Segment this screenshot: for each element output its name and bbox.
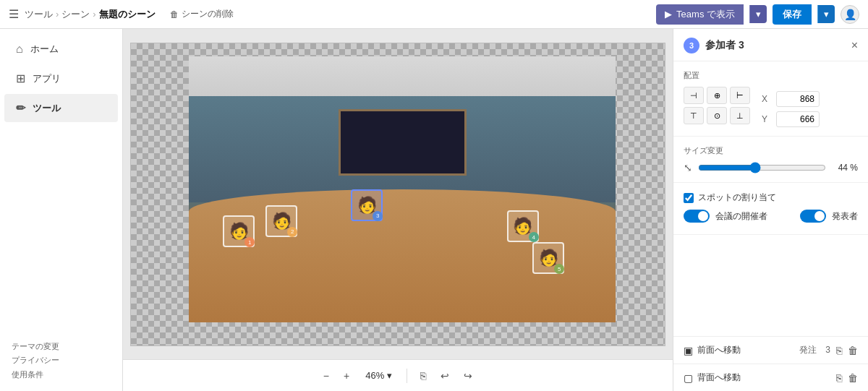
placement-section: 配置 ⊣ ⊕ ⊢ ⊤ ⊙ ⊥ X [673,61,868,137]
breadcrumb-item-tools[interactable]: ツール [25,8,53,21]
theme-link[interactable]: テーマの変更 [12,340,111,354]
tools-icon: ✏ [16,101,25,115]
close-panel-button[interactable]: × [851,39,858,52]
toolbar-separator [407,369,407,383]
back-delete-button[interactable]: 🗑 [848,372,858,384]
privacy-link[interactable]: プライバシー [12,353,111,368]
zoom-value: 46% [365,370,384,381]
align-right[interactable]: ⊢ [730,87,750,104]
copy-button[interactable]: ⎘ [416,367,430,384]
x-label: X [762,94,772,104]
back-action-row: ▢ 背面へ移動 ⎘ 🗑 [673,364,868,391]
size-label: サイズ変更 [684,145,858,156]
delete-scene-button[interactable]: 🗑 シーンの削除 [170,8,234,20]
participant-3[interactable]: 🧑 3 [351,189,383,221]
zoom-out-button[interactable]: − [319,367,333,384]
sidebar-item-apps[interactable]: ⊞ アプリ [4,64,118,93]
back-copy-button[interactable]: ⎘ [836,372,842,384]
top-bar: ☰ ツール › シーン › 無題のシーン 🗑 シーンの削除 ▶ Teams で表… [0,0,868,29]
home-icon: ⌂ [16,43,23,56]
organizer-toggle[interactable] [684,210,710,223]
y-input[interactable] [776,111,820,127]
organizer-toggle-row: 会議の開催者 発表者 [684,210,858,223]
sidebar-item-home[interactable]: ⌂ ホーム [4,35,118,63]
size-section: サイズ変更 ⤡ 44 % [673,137,868,183]
bottom-toolbar: − + 46% ▾ ⎘ ↩ ↪ [123,359,673,391]
participant-badge: 1 [244,237,255,247]
front-action-right: 発注 3 ⎘ 🗑 [799,344,858,356]
resize-icon: ⤡ [684,162,692,173]
placement-label: 配置 [684,70,858,81]
terms-link[interactable]: 使用条件 [12,368,111,382]
align-left[interactable]: ⊣ [684,87,704,104]
x-input[interactable] [776,91,820,107]
person-icon: 👤 [844,9,856,20]
participant-badge: 5 [554,264,564,274]
teams-preview-chevron[interactable]: ▾ [749,5,767,23]
zoom-chevron: ▾ [387,370,392,381]
front-delete-button[interactable]: 🗑 [848,345,858,356]
sidebar: ⌂ ホーム ⊞ アプリ ✏ ツール テーマの変更 プライバシー 使用条件 [0,29,123,391]
align-bottom[interactable]: ⊥ [730,107,750,124]
size-row: ⤡ 44 % [684,162,858,173]
canvas-area: 🧑 1 🧑 2 🧑 3 🧑 4 [123,29,673,391]
spot-checkbox[interactable] [684,193,694,203]
presenter-label: 発表者 [832,210,858,223]
save-button[interactable]: 保存 [773,4,812,25]
front-move-button[interactable]: ▣ 前面へ移動 [684,344,741,356]
breadcrumb-item-scene[interactable]: シーン [61,8,90,21]
hamburger-icon[interactable]: ☰ [9,7,19,21]
organizer-label: 会議の開催者 [715,210,767,223]
right-panel: 3 参加者 3 × 配置 ⊣ ⊕ ⊢ ⊤ ⊙ ⊥ [673,29,868,391]
participant-badge: 3 [373,211,383,221]
back-move-button[interactable]: ▢ 背面へ移動 [684,371,741,384]
front-action-row: ▣ 前面へ移動 発注 3 ⎘ 🗑 [673,336,868,364]
sidebar-item-label: アプリ [33,72,61,85]
top-bar-right: ▶ Teams で表示 ▾ 保存 ▾ 👤 [656,4,859,25]
redo-button[interactable]: ↪ [459,367,477,384]
panel-title-text: 参加者 3 [705,39,744,52]
align-section-row: ⊣ ⊕ ⊢ ⊤ ⊙ ⊥ X Y [684,87,858,127]
spot-checkbox-row: スポットの割り当て [684,192,858,204]
panel-title: 3 参加者 3 [684,38,744,53]
room-screen [339,109,467,176]
size-slider[interactable] [698,162,826,173]
back-action-right: ⎘ 🗑 [836,372,858,384]
participant-2[interactable]: 🧑 2 [265,205,297,237]
breadcrumb: ツール › シーン › 無題のシーン [25,8,156,21]
align-top[interactable]: ⊤ [684,107,704,124]
avatar[interactable]: 👤 [841,5,859,24]
back-icon: ▢ [684,372,693,384]
main-layout: ⌂ ホーム ⊞ アプリ ✏ ツール テーマの変更 プライバシー 使用条件 [0,29,868,391]
participant-1[interactable]: 🧑 1 [223,215,255,247]
trash-icon: 🗑 [170,9,179,20]
checkerboard-bg: 🧑 1 🧑 2 🧑 3 🧑 4 [130,43,665,346]
teams-preview-button[interactable]: ▶ Teams で表示 [656,4,744,25]
x-coord-row: X [762,91,820,107]
participant-4[interactable]: 🧑 4 [507,210,539,242]
align-center-v[interactable]: ⊙ [707,107,727,124]
scene-image[interactable]: 🧑 1 🧑 2 🧑 3 🧑 4 [189,56,616,322]
front-icon: ▣ [684,345,693,356]
presenter-toggle[interactable] [800,210,826,223]
sidebar-item-label: ホーム [30,43,59,56]
front-count: 発注 3 [799,344,830,356]
zoom-display[interactable]: 46% ▾ [359,367,398,384]
sidebar-footer: テーマの変更 プライバシー 使用条件 [0,331,122,391]
size-slider-wrapper [698,162,826,173]
top-bar-left: ☰ ツール › シーン › 無題のシーン 🗑 シーンの削除 [9,7,656,21]
panel-spacer [673,235,868,336]
play-icon: ▶ [665,9,672,20]
align-center-h[interactable]: ⊕ [707,87,727,104]
canvas-content[interactable]: 🧑 1 🧑 2 🧑 3 🧑 4 [123,29,673,359]
sidebar-item-tools[interactable]: ✏ ツール [4,94,118,122]
undo-button[interactable]: ↩ [436,367,454,384]
size-percent: 44 % [832,163,858,173]
front-copy-button[interactable]: ⎘ [836,345,842,356]
participant-5[interactable]: 🧑 5 [532,242,564,274]
save-chevron-button[interactable]: ▾ [817,5,835,23]
participant-badge: 4 [529,232,539,242]
sidebar-item-label: ツール [33,102,61,115]
zoom-in-button[interactable]: + [339,367,354,384]
spot-section: スポットの割り当て 会議の開催者 発表者 [673,183,868,235]
